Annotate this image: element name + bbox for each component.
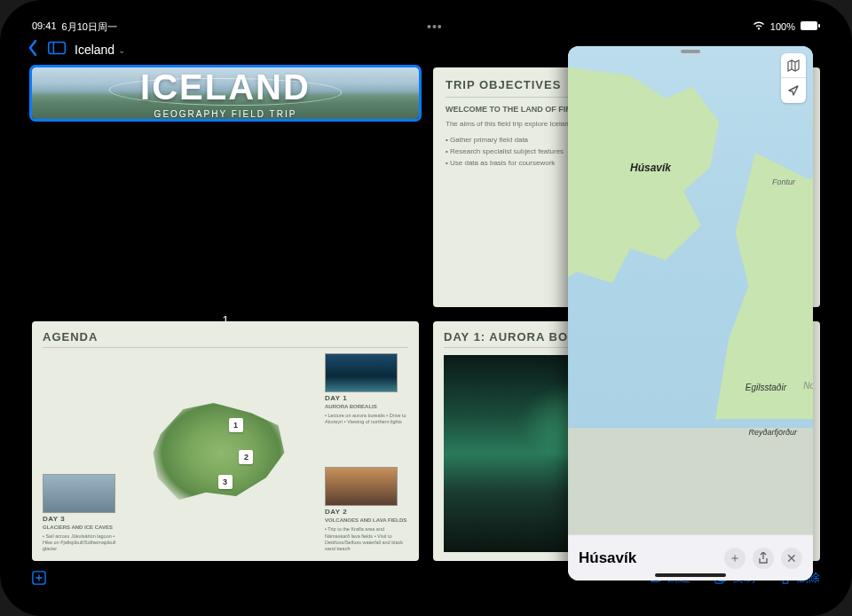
day-1-sub: AURORA BOREALIS xyxy=(325,404,408,409)
place-name[interactable]: Húsavík xyxy=(579,549,717,567)
day-2-label: DAY 2 xyxy=(325,508,408,516)
slide-3[interactable]: AGENDA DAY 3 GLACIERS AND ICE CAVES • Sa… xyxy=(32,321,419,561)
battery-percent: 100% xyxy=(770,21,795,32)
day-2-card: DAY 2 VOLCANOES AND LAVA FIELDS • Trip t… xyxy=(325,467,408,552)
day-3-card: DAY 3 GLACIERS AND ICE CAVES • Sail acro… xyxy=(43,474,117,552)
document-title[interactable]: Iceland ⌄ xyxy=(75,43,125,57)
add-place-button[interactable]: ＋ xyxy=(724,548,746,569)
map-controls xyxy=(781,53,806,103)
document-title-text: Iceland xyxy=(75,43,114,57)
ipad-frame: 09:41 6月10日周一 ••• 100% Iceland ⌄ xyxy=(0,0,852,616)
svg-rect-0 xyxy=(801,21,817,30)
maps-slideover-panel[interactable]: Húsavík Fontur Egilsstaðir Reyðarfjörður… xyxy=(568,46,813,580)
map-marker-3: 3 xyxy=(218,475,233,489)
map-label-nor: No xyxy=(803,381,813,391)
day-1-notes: • Lecture on aurora borealis • Drive to … xyxy=(325,413,408,425)
map-label-fontur[interactable]: Fontur xyxy=(772,178,795,186)
status-date: 6月10日周一 xyxy=(62,20,117,34)
multitask-dots[interactable]: ••• xyxy=(427,20,443,34)
map-label-reydarfjordur[interactable]: Reyðarfjörður xyxy=(748,428,797,437)
slide-1[interactable]: ICELAND GEOGRAPHY FIELD TRIP xyxy=(32,67,419,119)
slideover-grabber[interactable] xyxy=(681,50,700,53)
day-3-notes: • Sail across Jökulsárlón lagoon • Hike … xyxy=(43,533,117,552)
slide-3-heading: AGENDA xyxy=(43,330,408,348)
map-marker-2: 2 xyxy=(239,450,253,464)
battery-icon xyxy=(801,21,820,32)
land-nw xyxy=(568,64,719,295)
land-ne xyxy=(715,153,813,419)
day-1-card: DAY 1 AURORA BOREALIS • Lecture on auror… xyxy=(325,353,408,425)
day-1-thumb xyxy=(325,353,398,392)
map-canvas[interactable]: Húsavík Fontur Egilsstaðir Reyðarfjörður… xyxy=(568,46,813,534)
wifi-icon xyxy=(753,21,765,32)
day-3-thumb xyxy=(43,474,115,513)
agenda-map: 1 2 3 xyxy=(122,353,320,552)
map-label-husavik[interactable]: Húsavík xyxy=(630,162,671,174)
status-bar: 09:41 6月10日周一 ••• 100% xyxy=(16,16,836,36)
day-1-label: DAY 1 xyxy=(325,394,408,402)
slide-1-subtitle: GEOGRAPHY FIELD TRIP xyxy=(154,109,297,119)
land-s xyxy=(568,428,813,534)
status-time: 09:41 xyxy=(32,20,57,34)
map-marker-1: 1 xyxy=(229,418,243,432)
map-label-egilsstadir[interactable]: Egilsstaðir xyxy=(746,383,786,392)
slide-1-wrapper: ICELAND GEOGRAPHY FIELD TRIP 1 xyxy=(32,67,419,307)
chevron-down-icon: ⌄ xyxy=(118,45,125,55)
day-3-label: DAY 3 xyxy=(43,515,117,523)
add-slide-button[interactable] xyxy=(32,571,46,585)
day-2-thumb xyxy=(325,467,398,506)
share-button[interactable] xyxy=(753,548,774,569)
day-2-notes: • Trip to the Krafla area and Námaskarð … xyxy=(325,526,408,552)
map-mode-button[interactable] xyxy=(781,53,806,78)
iceland-map-graphic: 1 2 3 xyxy=(146,391,296,515)
back-button[interactable] xyxy=(27,39,39,60)
svg-rect-2 xyxy=(49,42,66,53)
close-button[interactable]: ✕ xyxy=(781,548,802,569)
svg-rect-1 xyxy=(818,24,820,28)
day-2-sub: VOLCANOES AND LAVA FIELDS xyxy=(325,517,408,523)
home-indicator[interactable] xyxy=(655,573,726,577)
sidebar-toggle-button[interactable] xyxy=(48,41,66,59)
day-3-sub: GLACIERS AND ICE CAVES xyxy=(43,525,117,530)
locate-button[interactable] xyxy=(781,78,806,103)
screen: 09:41 6月10日周一 ••• 100% Iceland ⌄ xyxy=(16,16,836,600)
